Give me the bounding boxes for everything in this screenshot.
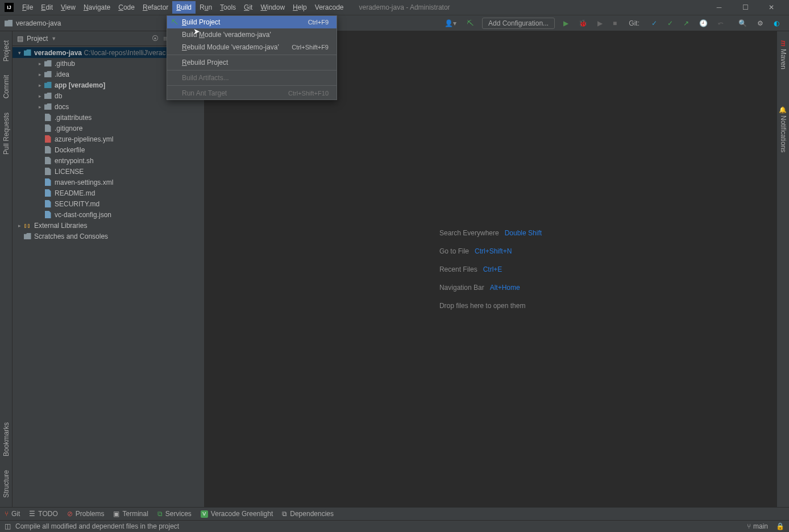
tree-row[interactable]: maven-settings.xml	[13, 177, 204, 188]
tool-tab-problems[interactable]: ⊘Problems	[67, 510, 105, 518]
menu-item-run-ant-target: Run Ant TargetCtrl+Shift+F10	[167, 87, 337, 99]
menu-refactor[interactable]: Refactor	[139, 1, 172, 14]
menu-item-rebuild-module-verademo-java-[interactable]: Rebuild Module 'verademo-java'Ctrl+Shift…	[167, 41, 337, 53]
bottom-tool-tabs: ⑂Git ☰TODO ⊘Problems ▣Terminal ⧉Services…	[0, 507, 789, 520]
update-project-button[interactable]: ✓	[647, 18, 662, 29]
tree-row[interactable]: azure-pipelines.yml	[13, 134, 204, 144]
editor-hint: Navigation BarAlt+Home	[439, 284, 542, 292]
push-button[interactable]: ↗	[679, 18, 694, 29]
app-icon: IJ	[5, 3, 14, 12]
run-button[interactable]: ▶	[559, 18, 573, 29]
run-configuration-select[interactable]: Add Configuration...	[482, 18, 555, 29]
tool-tab-git[interactable]: ⑂Git	[5, 510, 20, 518]
stop-button[interactable]: ■	[608, 18, 621, 29]
breadcrumb-label: verademo-java	[16, 19, 61, 27]
menu-build[interactable]: Build	[172, 1, 196, 14]
project-panel-title[interactable]: ▤ Project ▼	[17, 35, 56, 43]
editor-hint: Go to FileCtrl+Shift+N	[439, 247, 542, 255]
status-window-icon[interactable]: ◫	[5, 522, 11, 530]
main-toolbar: verademo-java 👤▾ ⛏ Add Configuration... …	[0, 15, 789, 31]
gutter-tab-structure[interactable]: Structure	[1, 466, 11, 502]
lock-icon[interactable]: 🔒	[776, 522, 784, 530]
menu-file[interactable]: File	[18, 1, 37, 14]
tool-tab-services[interactable]: ⧉Services	[157, 510, 192, 518]
git-branch-widget[interactable]: ⑂ main	[747, 522, 768, 530]
gutter-tab-project[interactable]: Project	[1, 36, 11, 66]
tree-row[interactable]: SECURITY.md	[13, 198, 204, 209]
status-message: Compile all modified and dependent files…	[15, 522, 179, 530]
tool-tab-todo[interactable]: ☰TODO	[29, 510, 57, 518]
tree-row[interactable]: LICENSE	[13, 166, 204, 177]
menu-item-build-project[interactable]: ⛏Build ProjectCtrl+F9	[167, 16, 337, 28]
build-menu-dropdown: ⛏Build ProjectCtrl+F9Build Module 'verad…	[167, 15, 337, 100]
editor-area[interactable]: Search EverywhereDouble ShiftGo to FileC…	[205, 31, 776, 507]
commit-button[interactable]: ✓	[663, 18, 678, 29]
branch-icon: ⑂	[747, 522, 751, 530]
gutter-tab-pull-requests[interactable]: Pull Requests	[1, 108, 11, 159]
editor-hint: Recent FilesCtrl+E	[439, 265, 542, 273]
menu-window[interactable]: Window	[256, 1, 289, 14]
minimize-button[interactable]: ─	[706, 0, 732, 15]
tree-row[interactable]: .gitignore	[13, 123, 204, 134]
tree-row[interactable]: ▸docs	[13, 101, 204, 112]
tree-row[interactable]: ▸⫾⫾External Libraries	[13, 220, 204, 231]
build-button[interactable]: ⛏	[462, 18, 478, 29]
menu-item-build-artifacts-: Build Artifacts...	[167, 72, 337, 84]
veracode-button[interactable]: ◐	[769, 18, 784, 29]
menu-view[interactable]: View	[57, 1, 80, 14]
project-title-icon: ▤	[17, 35, 23, 43]
menubar: FileEditViewNavigateCodeRefactorBuildRun…	[18, 1, 348, 14]
window-title: verademo-java - Administrator	[348, 3, 706, 11]
menu-run[interactable]: Run	[196, 1, 216, 14]
maximize-button[interactable]: ☐	[732, 0, 758, 15]
menu-code[interactable]: Code	[114, 1, 139, 14]
history-button[interactable]: 🕘	[695, 18, 712, 29]
project-panel: ▤ Project ▼ ⦿ ≡ ⊟ ⚙ — ▾verademo-java C:\…	[13, 31, 205, 507]
titlebar: IJ FileEditViewNavigateCodeRefactorBuild…	[0, 0, 789, 15]
breadcrumb[interactable]: verademo-java	[5, 19, 61, 27]
gutter-tab-commit[interactable]: Commit	[1, 70, 11, 103]
menu-navigate[interactable]: Navigate	[80, 1, 114, 14]
rollback-button[interactable]: ⤺	[713, 18, 728, 29]
window-controls: ─ ☐ ✕	[706, 0, 784, 15]
menu-tools[interactable]: Tools	[216, 1, 240, 14]
tree-row[interactable]: Dockerfile	[13, 144, 204, 155]
main-area: Project Commit Pull Requests Bookmarks S…	[0, 31, 789, 507]
menu-git[interactable]: Git	[240, 1, 256, 14]
statusbar: ◫ Compile all modified and dependent fil…	[0, 520, 789, 532]
gutter-tab-maven[interactable]: m Maven	[778, 36, 788, 74]
folder-icon	[5, 20, 13, 27]
tree-row[interactable]: vc-dast-config.json	[13, 209, 204, 220]
tool-tab-veracode-greenlight[interactable]: VVeracode Greenlight	[201, 510, 273, 518]
tree-row[interactable]: README.md	[13, 188, 204, 198]
git-label: Git:	[624, 18, 644, 29]
debug-button[interactable]: 🐞	[574, 18, 592, 29]
right-gutter: m Maven 🔔 Notifications	[776, 31, 789, 507]
editor-hint: Drop files here to open them	[439, 302, 542, 310]
tool-tab-terminal[interactable]: ▣Terminal	[113, 510, 148, 518]
menu-item-build-module-verademo-java-[interactable]: Build Module 'verademo-java'	[167, 28, 337, 41]
gutter-tab-notifications[interactable]: 🔔 Notifications	[778, 101, 788, 157]
editor-hint: Search EverywhereDouble Shift	[439, 229, 542, 237]
tree-row[interactable]: .gitattributes	[13, 112, 204, 123]
settings-button[interactable]: ⚙	[753, 18, 768, 29]
project-tree[interactable]: ▾verademo-java C:\local-repos\IntelliJ\v…	[13, 46, 204, 507]
menu-edit[interactable]: Edit	[37, 1, 57, 14]
tool-tab-dependencies[interactable]: ⧉Dependencies	[282, 510, 334, 518]
editor-hints: Search EverywhereDouble ShiftGo to FileC…	[439, 229, 542, 310]
menu-help[interactable]: Help	[289, 1, 311, 14]
tree-row[interactable]: Scratches and Consoles	[13, 231, 204, 242]
close-button[interactable]: ✕	[758, 0, 784, 15]
select-opened-file-button[interactable]: ⦿	[152, 35, 159, 43]
code-with-me-button[interactable]: 👤▾	[440, 18, 461, 29]
chevron-down-icon: ▼	[51, 36, 56, 41]
left-gutter: Project Commit Pull Requests Bookmarks S…	[0, 31, 13, 507]
tree-row[interactable]: entrypoint.sh	[13, 155, 204, 166]
menu-item-rebuild-project[interactable]: Rebuild Project	[167, 56, 337, 69]
coverage-button[interactable]: ▶	[593, 18, 607, 29]
search-button[interactable]: 🔍	[734, 18, 751, 29]
gutter-tab-bookmarks[interactable]: Bookmarks	[1, 418, 11, 461]
menu-veracode[interactable]: Veracode	[311, 1, 348, 14]
